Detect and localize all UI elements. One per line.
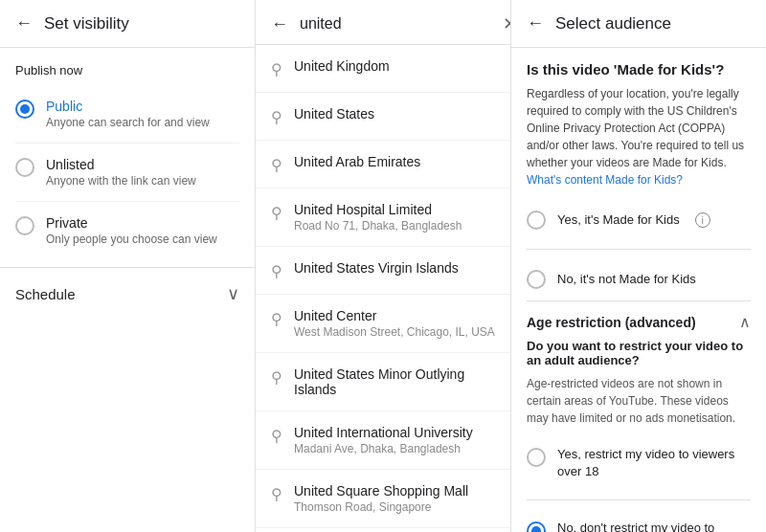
- kids-divider: [527, 249, 751, 250]
- search-result-item[interactable]: ⚲United International UniversityMadani A…: [256, 411, 510, 470]
- result-text-group: United Hospital LimitedRoad No 71, Dhaka…: [294, 202, 462, 233]
- result-text-group: United States Minor Outlying Islands: [294, 366, 495, 397]
- kids-yes-label: Yes, it's Made for Kids: [557, 212, 680, 227]
- location-icon: ⚲: [271, 108, 282, 126]
- right-back-arrow-icon[interactable]: ←: [527, 13, 544, 33]
- radio-circle-no-kids: [527, 270, 546, 289]
- age-question: Do you want to restrict your video to an…: [527, 339, 751, 375]
- radio-circle-private: [15, 216, 34, 235]
- publish-section-label: Publish now: [0, 48, 255, 85]
- middle-panel: ← ✕ ⚲United Kingdom⚲United States⚲United…: [256, 0, 511, 532]
- kids-option-no[interactable]: No, it's not Made for Kids: [527, 257, 751, 300]
- radio-circle-yes-18: [527, 448, 546, 467]
- chevron-down-icon: ∨: [227, 283, 239, 304]
- location-icon: ⚲: [271, 60, 282, 78]
- result-text-group: United International UniversityMadani Av…: [294, 425, 473, 455]
- search-results-list: ⚲United Kingdom⚲United States⚲United Ara…: [256, 45, 510, 532]
- location-icon: ⚲: [271, 368, 282, 387]
- result-name: United Center: [294, 308, 495, 323]
- age-section-header: Age restriction (advanced) ∧: [527, 300, 751, 339]
- left-panel-header: ← Set visibility: [0, 0, 255, 48]
- radio-circle-no-18: [527, 521, 546, 532]
- result-name: United States Virgin Islands: [294, 260, 459, 276]
- result-sub: Madani Ave, Dhaka, Bangladesh: [294, 442, 473, 455]
- search-result-item[interactable]: ⚲United Square Shopping MallThomson Road…: [256, 470, 510, 528]
- visibility-option-public[interactable]: Public Anyone can search for and view: [15, 85, 239, 144]
- kids-desc: Regardless of your location, you're lega…: [527, 85, 751, 198]
- result-text-group: United CenterWest Madison Street, Chicag…: [294, 308, 495, 339]
- age-desc: Age-restricted videos are not shown in c…: [527, 375, 751, 434]
- left-panel: ← Set visibility Publish now Public Anyo…: [0, 0, 256, 532]
- middle-panel-header: ← ✕: [256, 0, 510, 34]
- result-sub: Thomson Road, Singapore: [294, 500, 468, 514]
- result-text-group: United States: [294, 106, 374, 122]
- age-no-label: No, don't restrict my video to viewers o…: [557, 520, 751, 532]
- location-icon: ⚲: [271, 427, 282, 445]
- search-result-item[interactable]: ⚲United CenterWest Madison Street, Chica…: [256, 295, 510, 353]
- search-result-item[interactable]: ⚲United States Virgin Islands: [256, 247, 510, 295]
- age-option-yes[interactable]: Yes, restrict my video to viewers over 1…: [527, 434, 751, 492]
- radio-sublabel-private: Only people you choose can view: [46, 233, 217, 246]
- radio-text-public: Public Anyone can search for and view: [46, 99, 210, 129]
- chevron-up-icon[interactable]: ∧: [739, 313, 751, 331]
- radio-circle-unlisted: [15, 158, 34, 177]
- result-name: United Hospital Limited: [294, 202, 462, 217]
- kids-link[interactable]: What's content Made for Kids?: [527, 173, 683, 187]
- location-icon: ⚲: [271, 156, 282, 174]
- age-yes-label: Yes, restrict my video to viewers over 1…: [557, 446, 751, 480]
- visibility-radio-group: Public Anyone can search for and view Un…: [0, 85, 255, 259]
- result-name: United Square Shopping Mall: [294, 483, 468, 499]
- result-sub: Road No 71, Dhaka, Bangladesh: [294, 219, 462, 233]
- kids-desc-text: Regardless of your location, you're lega…: [527, 87, 744, 169]
- result-text-group: United Kingdom: [294, 58, 390, 74]
- result-name: United International University: [294, 425, 473, 440]
- search-result-item[interactable]: ⚲United Hospital LimitedRoad No 71, Dhak…: [256, 188, 510, 247]
- schedule-label: Schedule: [15, 286, 76, 302]
- visibility-option-unlisted[interactable]: Unlisted Anyone with the link can view: [15, 144, 239, 202]
- visibility-option-private[interactable]: Private Only people you choose can view: [15, 202, 239, 259]
- radio-circle-public: [15, 100, 34, 119]
- search-input[interactable]: [300, 15, 491, 33]
- result-name: United Kingdom: [294, 58, 390, 74]
- location-icon: ⚲: [271, 310, 282, 328]
- age-section-title: Age restriction (advanced): [527, 315, 696, 330]
- age-option-no[interactable]: No, don't restrict my video to viewers o…: [527, 508, 751, 532]
- search-clear-icon[interactable]: ✕: [503, 13, 511, 34]
- search-result-item[interactable]: ⚲United Kingdom: [256, 45, 510, 93]
- location-icon: ⚲: [271, 485, 282, 503]
- radio-inner-no-18: [531, 526, 541, 532]
- age-divider: [527, 499, 751, 500]
- result-sub: West Madison Street, Chicago, IL, USA: [294, 325, 495, 339]
- middle-back-arrow-icon[interactable]: ←: [271, 14, 288, 34]
- schedule-row[interactable]: Schedule ∨: [0, 267, 255, 320]
- radio-label-private: Private: [46, 215, 217, 231]
- result-name: United States: [294, 106, 374, 122]
- right-panel: ← Select audience Is this video 'Made fo…: [511, 0, 766, 532]
- left-panel-title: Set visibility: [44, 14, 239, 33]
- result-name: United States Minor Outlying Islands: [294, 366, 495, 397]
- radio-sublabel-public: Anyone can search for and view: [46, 116, 210, 129]
- result-text-group: United States Virgin Islands: [294, 260, 459, 276]
- radio-label-unlisted: Unlisted: [46, 157, 196, 172]
- back-arrow-icon[interactable]: ←: [15, 13, 33, 33]
- search-result-item[interactable]: ⚲United States Minor Outlying Islands: [256, 353, 510, 411]
- radio-text-private: Private Only people you choose can view: [46, 215, 217, 246]
- right-panel-title: Select audience: [555, 14, 751, 33]
- kids-no-label: No, it's not Made for Kids: [557, 272, 696, 286]
- right-panel-header: ← Select audience: [511, 0, 766, 48]
- radio-sublabel-unlisted: Anyone with the link can view: [46, 174, 196, 188]
- radio-text-unlisted: Unlisted Anyone with the link can view: [46, 157, 196, 188]
- right-panel-content: Is this video 'Made for Kids'? Regardles…: [511, 48, 766, 532]
- search-result-item[interactable]: ⚲United Arab Emirates: [256, 141, 510, 188]
- info-icon[interactable]: i: [695, 212, 710, 228]
- search-result-item[interactable]: ⚲United States: [256, 93, 510, 141]
- location-icon: ⚲: [271, 262, 282, 280]
- result-text-group: United Square Shopping MallThomson Road,…: [294, 483, 468, 514]
- radio-circle-yes-kids: [527, 211, 546, 230]
- location-icon: ⚲: [271, 204, 282, 222]
- search-result-item[interactable]: ⚲United University Allahabad: [256, 528, 510, 532]
- radio-label-public: Public: [46, 99, 210, 114]
- kids-option-yes[interactable]: Yes, it's Made for Kids i: [527, 198, 751, 241]
- kids-section-title: Is this video 'Made for Kids'?: [527, 48, 751, 85]
- radio-inner-public: [20, 104, 30, 114]
